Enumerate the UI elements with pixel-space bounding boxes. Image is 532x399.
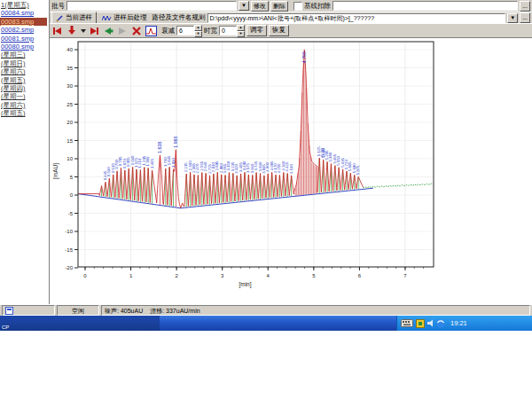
status-drift: 漂移: 337uAU/min: [150, 307, 200, 315]
svg-text:10: 10: [66, 156, 73, 161]
svg-text:2: 2: [175, 273, 178, 278]
svg-text:-10: -10: [65, 229, 73, 234]
timewidth-spinner: 0 ▲▼: [219, 25, 245, 37]
batch-combo-dropdown-icon[interactable]: ▼: [239, 1, 249, 11]
file-list-sample-item[interactable]: 00080.smp: [0, 43, 47, 51]
svg-text:4.795: 4.795: [301, 51, 307, 63]
svg-text:30: 30: [66, 83, 73, 89]
file-list-date-item[interactable]: (星期日): [0, 59, 47, 67]
svg-text:7: 7: [403, 273, 407, 278]
svg-text:-15: -15: [65, 247, 73, 253]
status-readings-cell: 噪声: 405uAU 漂移: 337uAU/min: [101, 305, 530, 316]
svg-text:25: 25: [66, 102, 73, 107]
download-sample-button[interactable]: [66, 25, 78, 36]
file-list-date-item[interactable]: (星期五): [0, 76, 47, 84]
taskbar: CP 19:21: [0, 316, 532, 331]
baseline-subtract-checkbox[interactable]: [293, 2, 302, 11]
path-rule-label: 路径及文件名规则: [153, 13, 206, 22]
file-list-date-item[interactable]: (星期四): [0, 84, 47, 92]
goto-last-button[interactable]: [88, 25, 100, 36]
attenuation-value[interactable]: 6: [176, 26, 194, 35]
svg-text:6: 6: [358, 273, 362, 278]
modify-button[interactable]: 修改: [251, 1, 269, 12]
svg-text:5.20: 5.20: [320, 148, 325, 157]
file-list-date-item[interactable]: (星期五): [0, 109, 47, 117]
svg-text:5: 5: [312, 273, 316, 278]
attenuation-spinner: 6 ▲▼: [176, 25, 202, 37]
sample-file-list[interactable]: 1(星期五)00084.smp00083.smp00082.smp00081.s…: [0, 1, 47, 125]
svg-text:35: 35: [66, 66, 73, 71]
status-bar: 空闲 噪声: 405uAU 漂移: 337uAU/min: [0, 304, 532, 316]
batch-combobox[interactable]: [66, 1, 237, 11]
application-window: 1(星期五)00084.smp00083.smp00082.smp00081.s…: [0, 0, 532, 399]
svg-text:1.985: 1.985: [173, 136, 178, 147]
file-list-sample-item[interactable]: 00084.smp: [0, 9, 47, 17]
svg-text:1.930: 1.930: [171, 158, 176, 168]
volume-tray-icon[interactable]: [427, 319, 434, 327]
batch-toolbar: 批号 ▼ 修改 删除 基线扣除 ...: [50, 0, 532, 12]
svg-text:1.465: 1.465: [150, 159, 154, 168]
svg-text:[mAU]: [mAU]: [52, 163, 59, 179]
pencil-icon: [56, 14, 64, 22]
system-tray: 19:21: [396, 316, 532, 331]
waveform-icon: [102, 14, 112, 22]
baseline-field[interactable]: [332, 1, 518, 11]
file-list-sample-item[interactable]: 00081.smp: [0, 35, 47, 43]
file-list-date-item[interactable]: (星期六): [0, 101, 47, 109]
chart-toolbar: 衰减 6 ▲▼ 时宽 0 ▲▼ 调零 恢复: [50, 23, 532, 38]
taskbar-clock[interactable]: 19:21: [450, 319, 467, 327]
tab-current-injection[interactable]: 当前进样: [51, 12, 97, 24]
delete-trace-button[interactable]: [130, 25, 143, 36]
row2-browse-button[interactable]: ...: [520, 12, 530, 23]
status-icon-cell: [2, 305, 55, 316]
restore-button[interactable]: 恢复: [269, 25, 289, 36]
file-list-date-item[interactable]: (星期一): [0, 92, 47, 100]
taskbar-app-button[interactable]: CP: [0, 316, 160, 331]
svg-text:4.510: 4.510: [289, 163, 293, 173]
file-list-date-item[interactable]: (星期三): [0, 51, 47, 59]
svg-text:40: 40: [66, 47, 73, 52]
svg-text:1: 1: [129, 273, 133, 278]
attenuation-up-icon[interactable]: ▲: [194, 25, 202, 31]
attenuation-down-icon[interactable]: ▼: [194, 31, 202, 37]
tab-post-processing[interactable]: 进样后处理: [98, 12, 151, 23]
row1-browse-button[interactable]: ...: [520, 1, 530, 12]
svg-text:5.975: 5.975: [356, 165, 360, 175]
timewidth-up-icon[interactable]: ▲: [237, 25, 245, 31]
timewidth-value[interactable]: 0: [219, 26, 237, 35]
attenuation-label: 衰减: [161, 27, 175, 35]
svg-text:0: 0: [70, 192, 74, 198]
delete-button[interactable]: 删除: [270, 1, 288, 12]
svg-text:0: 0: [83, 273, 87, 278]
keyboard-tray-icon[interactable]: [401, 319, 413, 327]
svg-text:-5: -5: [68, 211, 74, 216]
more-options-dropdown-icon[interactable]: [80, 25, 86, 36]
tabs-toolbar: 当前进样 进样后处理 路径及文件名规则 D:\pdd\<yyyy-mm>\ANI…: [50, 12, 532, 23]
timewidth-label: 时宽: [204, 27, 217, 35]
svg-text:[min]: [min]: [239, 281, 251, 288]
svg-text:5: 5: [70, 175, 74, 180]
svg-text:-20: -20: [65, 265, 73, 270]
antivirus-tray-icon[interactable]: [416, 319, 425, 328]
path-rule-field[interactable]: D:\pdd\<yyyy-mm>\ANI<批号+(取样点+取样时间)>]_???…: [207, 13, 506, 23]
batch-label: 批号: [51, 2, 65, 11]
main-panel: 批号 ▼ 修改 删除 基线扣除 ... 当前进样: [49, 0, 532, 304]
undo-button[interactable]: [102, 25, 114, 36]
svg-text:4: 4: [267, 273, 270, 278]
instrument-status-icon: [5, 307, 13, 315]
timewidth-down-icon[interactable]: ▼: [237, 31, 245, 37]
svg-text:15: 15: [66, 138, 73, 144]
redo-button-disabled[interactable]: [116, 25, 129, 36]
file-list-sample-item[interactable]: 00082.smp: [0, 26, 47, 34]
zero-button[interactable]: 调零: [246, 25, 267, 36]
file-list-date-item[interactable]: (星期六): [0, 67, 47, 75]
chromatogram-view-button[interactable]: [145, 25, 157, 36]
browser-tray-icon[interactable]: [436, 319, 445, 328]
svg-text:20: 20: [66, 120, 73, 125]
chromatogram-chart[interactable]: 0.4450.5300.6150.7000.7850.8700.9551.040…: [50, 38, 532, 304]
file-list-sample-item[interactable]: 00083.smp: [0, 18, 47, 26]
svg-text:3: 3: [221, 273, 224, 278]
goto-first-button[interactable]: [51, 25, 64, 36]
file-list-date-item[interactable]: 1(星期五): [0, 1, 47, 9]
path-rule-dropdown-icon[interactable]: ▼: [507, 13, 518, 23]
